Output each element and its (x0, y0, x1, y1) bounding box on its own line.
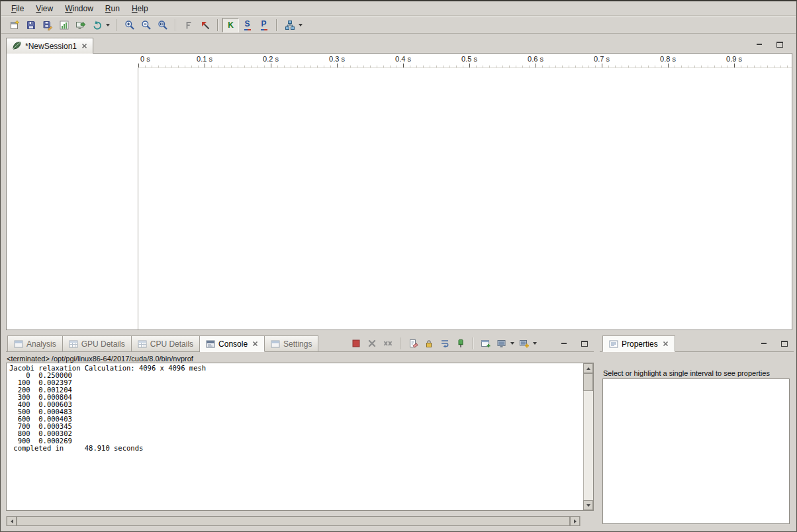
export-icon (75, 20, 86, 30)
tab-properties[interactable]: Properties (602, 335, 675, 352)
toolbar-separator (217, 19, 218, 31)
circular-arrow-icon (92, 20, 103, 30)
arrow-left-icon (11, 519, 13, 523)
word-wrap-button[interactable] (437, 336, 453, 351)
remove-all-terminated-button[interactable] (380, 336, 396, 351)
save-button[interactable] (23, 18, 39, 32)
tab-label: CPU Details (150, 339, 193, 349)
terminate-icon (351, 338, 361, 349)
arrow-right-icon (574, 519, 577, 523)
menu-view[interactable]: View (30, 3, 59, 15)
tab-console[interactable]: Console (200, 335, 265, 352)
run-analysis-button[interactable] (281, 18, 298, 32)
timeline-canvas[interactable] (139, 68, 792, 330)
dropdown-caret-icon[interactable] (299, 24, 303, 26)
close-icon[interactable] (663, 341, 669, 347)
pin-console-button[interactable] (453, 336, 469, 351)
bar-chart-icon (59, 20, 70, 30)
maximize-icon (776, 42, 783, 48)
process-coloring-button[interactable]: P (256, 18, 272, 32)
go-to-marker-button[interactable] (197, 18, 213, 32)
properties-content (602, 378, 790, 524)
properties-panel-header: Properties (600, 335, 794, 352)
profile-application-button[interactable] (56, 18, 72, 32)
display-selected-console-button[interactable] (494, 336, 510, 351)
console-icon (206, 339, 215, 349)
new-console-view-icon (481, 338, 491, 349)
console-vscrollbar[interactable] (583, 363, 593, 510)
stream-coloring-button[interactable]: S (239, 18, 256, 32)
dropdown-caret-icon[interactable] (533, 342, 537, 345)
console-hscrollbar[interactable] (6, 516, 581, 526)
menu-file[interactable]: File (5, 3, 30, 15)
tab-analysis[interactable]: Analysis (7, 335, 63, 352)
filter-timeline-button[interactable] (180, 18, 197, 32)
close-icon[interactable] (81, 43, 87, 49)
process-p-icon: P (261, 19, 267, 30)
tab-gpu-details[interactable]: GPU Details (63, 335, 132, 352)
maximize-button[interactable] (780, 339, 789, 347)
lock-icon (424, 338, 434, 349)
zoom-in-icon (124, 20, 135, 30)
zoom-fit-button[interactable] (154, 18, 171, 32)
scroll-down-button[interactable] (583, 500, 593, 510)
zoom-fit-icon (158, 20, 168, 30)
properties-hint-text: Select or highlight a single interval to… (603, 369, 770, 377)
save-as-button[interactable] (39, 18, 56, 32)
tab-label: Analysis (26, 339, 56, 349)
vscroll-thumb[interactable] (583, 373, 593, 391)
export-report-button[interactable] (72, 18, 89, 32)
minimize-button[interactable] (559, 339, 569, 347)
scroll-right-button[interactable] (570, 516, 580, 526)
reset-view-button[interactable] (89, 18, 105, 32)
nvvp-window: File View Window Run Help (0, 0, 797, 532)
hscroll-thumb[interactable] (17, 516, 570, 526)
console-status-line: <terminated> /opt/pgi/linux86-64/2017/cu… (7, 355, 193, 363)
arrow-up-icon (586, 367, 590, 370)
maximize-button[interactable] (775, 40, 784, 48)
toolbar-separator (400, 337, 401, 349)
console-toolbar (348, 336, 539, 351)
maximize-button[interactable] (580, 339, 589, 347)
close-icon[interactable] (252, 341, 258, 347)
table-icon (69, 339, 78, 349)
minimize-button[interactable] (755, 40, 764, 48)
pin-icon (455, 338, 466, 349)
analysis-view-icon (14, 339, 23, 349)
terminate-button[interactable] (348, 336, 364, 351)
tab-session[interactable]: *NewSession1 (6, 38, 93, 54)
clear-console-button[interactable] (405, 336, 421, 351)
dropdown-caret-icon[interactable] (510, 342, 514, 345)
kernel-coloring-button[interactable]: K (222, 18, 239, 32)
new-session-button[interactable] (6, 18, 23, 32)
console-text: Jacobi relaxation Calculation: 4096 x 40… (9, 365, 582, 509)
tab-cpu-details[interactable]: CPU Details (132, 335, 200, 352)
menu-run[interactable]: Run (99, 3, 126, 15)
new-console-view-button[interactable] (478, 336, 494, 351)
clear-console-icon (408, 338, 418, 349)
console-panel: Analysis GPU Details CPU Details Console (6, 335, 594, 529)
properties-panel: Properties Select or highlight a single … (600, 335, 794, 529)
kernel-k-icon: K (228, 21, 234, 29)
console-panel-header: Analysis GPU Details CPU Details Console (6, 335, 594, 352)
save-icon (26, 20, 36, 30)
scroll-left-button[interactable] (7, 516, 17, 526)
minimize-button[interactable] (759, 339, 769, 347)
zoom-in-button[interactable] (121, 18, 138, 32)
timeline-names-column (7, 68, 138, 330)
settings-view-icon (271, 339, 280, 349)
scroll-lock-button[interactable] (421, 336, 437, 351)
dropdown-caret-icon[interactable] (106, 24, 110, 26)
tab-settings[interactable]: Settings (265, 335, 318, 352)
zoom-out-button[interactable] (138, 18, 154, 32)
menu-window[interactable]: Window (59, 3, 99, 15)
scroll-up-button[interactable] (583, 363, 593, 373)
tab-label: Console (218, 339, 248, 349)
menu-help[interactable]: Help (126, 3, 154, 15)
remove-launch-button[interactable] (364, 336, 380, 351)
minimize-icon (756, 41, 763, 48)
timeline-ruler[interactable]: 0 s 0.1 s 0.2 s 0.3 s 0.4 s 0.5 s 0.6 s … (138, 54, 792, 68)
word-wrap-icon (440, 338, 450, 349)
toolbar-separator (473, 337, 474, 349)
open-console-button[interactable] (516, 336, 532, 351)
